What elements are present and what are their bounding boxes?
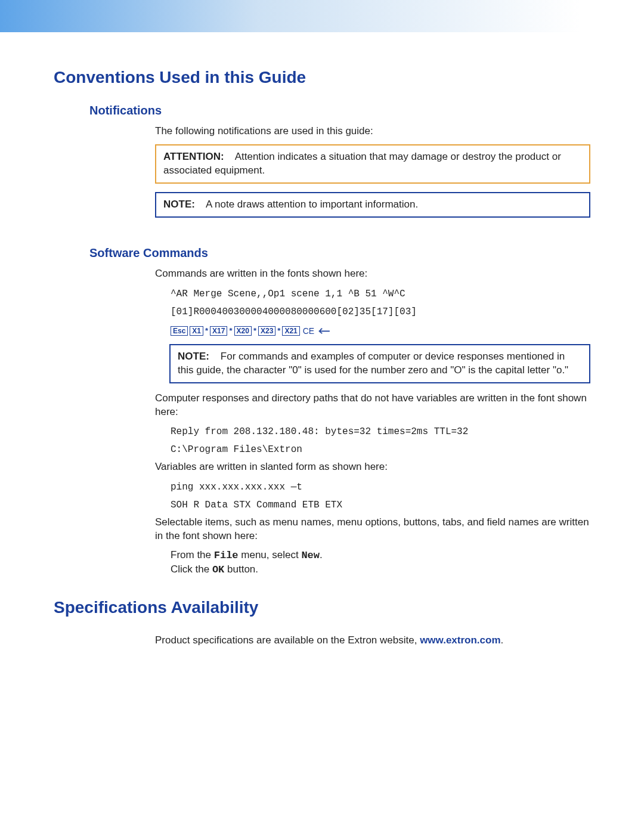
notifications-body: The following notifications are used in …	[155, 125, 590, 218]
keycap-x23: X23	[258, 326, 275, 336]
notifications-intro-text: The following notifications are used in …	[155, 125, 590, 138]
subheading-software-commands: Software Commands	[89, 246, 590, 260]
response-example-line-1: Reply from 208.132.180.48: bytes=32 time…	[171, 425, 590, 439]
section-notifications: Notifications	[89, 104, 590, 117]
command-example-line-2: [01]R000400300004000080000600[02]35[17][…	[171, 305, 590, 319]
keycap-x17: X17	[210, 326, 227, 336]
header-gradient-bar	[0, 0, 644, 32]
asterisk-icon: *	[229, 326, 232, 335]
heading-conventions: Conventions Used in this Guide	[54, 68, 590, 87]
ui-example-ok-button: Click the OK button.	[171, 563, 590, 575]
page-content: Conventions Used in this Guide Notificat…	[0, 32, 644, 648]
keycap-x21: X21	[282, 326, 299, 336]
note-text-1: A note draws attention to important info…	[206, 199, 418, 210]
specifications-body: Product specifications are available on …	[155, 634, 590, 648]
variables-intro-text: Variables are written in slanted form as…	[155, 460, 590, 474]
subheading-notifications: Notifications	[89, 104, 590, 117]
attention-label: ATTENTION:	[163, 151, 224, 162]
software-commands-body: Commands are written in the fonts shown …	[155, 267, 590, 576]
specs-text-post: .	[501, 634, 504, 646]
variable-example-line-2: SOH R Data STX Command ETB ETX	[171, 498, 590, 512]
ui-new-option: New	[301, 550, 320, 561]
keycap-esc: Esc	[171, 326, 188, 336]
ui-text: Click the	[171, 563, 212, 575]
specs-text-pre: Product specifications are available on …	[155, 634, 420, 646]
variable-example-line-1: ping xxx.xxx.xxx.xxx —t	[171, 480, 590, 494]
page: Conventions Used in this Guide Notificat…	[0, 0, 644, 833]
ui-text: From the	[171, 549, 214, 561]
asterisk-icon: *	[253, 326, 256, 335]
selectable-intro-text: Selectable items, such as menu names, me…	[155, 516, 590, 543]
asterisk-icon: *	[205, 326, 208, 335]
note-text-2: For commands and examples of computer or…	[178, 351, 568, 376]
response-example-line-2: C:\Program Files\Extron	[171, 442, 590, 457]
ui-ok-button-label: OK	[212, 564, 224, 575]
note-label-2: NOTE:	[178, 351, 209, 362]
keycap-x20: X20	[234, 326, 252, 336]
asterisk-icon: *	[277, 326, 280, 335]
ce-label: CE	[303, 326, 314, 336]
keycap-sequence: Esc X1 * X17 * X20 * X23 * X21 CE 🡐	[171, 326, 590, 336]
specifications-text: Product specifications are available on …	[155, 634, 590, 648]
heading-specifications: Specifications Availability	[54, 598, 590, 617]
section-software-commands: Software Commands	[89, 246, 590, 260]
attention-callout: ATTENTION: Attention indicates a situati…	[155, 144, 590, 184]
ui-text: .	[320, 549, 323, 561]
ui-text: button.	[224, 563, 258, 575]
software-intro-text: Commands are written in the fonts shown …	[155, 267, 590, 281]
note-callout-2: NOTE: For commands and examples of compu…	[169, 344, 590, 383]
responses-intro-text: Computer responses and directory paths t…	[155, 392, 590, 419]
keycap-x1: X1	[190, 326, 203, 336]
note-callout-1: NOTE: A note draws attention to importan…	[155, 192, 590, 218]
ui-file-menu: File	[214, 550, 239, 561]
note-label-1: NOTE:	[163, 199, 195, 210]
extron-website-link[interactable]: www.extron.com	[420, 634, 500, 646]
command-example-line-1: ^AR Merge Scene,,Op1 scene 1,1 ^B 51 ^W^…	[171, 287, 590, 301]
ui-example-file-new: From the File menu, select New.	[171, 549, 590, 561]
ui-text: menu, select	[239, 549, 302, 561]
